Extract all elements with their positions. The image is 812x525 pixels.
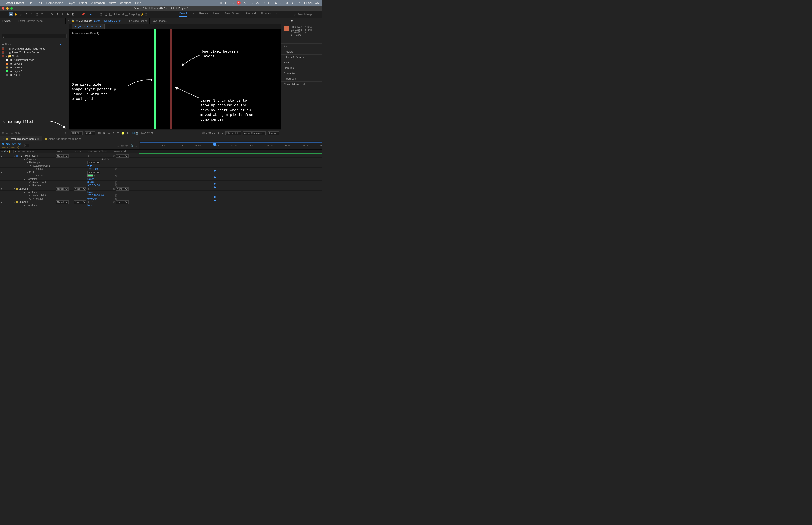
stopwatch-icon[interactable]: ⏱ xyxy=(35,168,37,170)
shy-icon[interactable]: ⬚ xyxy=(117,144,119,147)
timeline-row[interactable]: ⏱Size1.0,1080.0@ xyxy=(0,168,322,171)
panel-stub-align[interactable]: Align xyxy=(281,60,322,65)
link-icon[interactable]: @ xyxy=(114,181,117,183)
t-col[interactable]: T xyxy=(71,150,74,153)
property-name[interactable]: Anchor Point xyxy=(32,181,46,183)
menu-animation[interactable]: Animation xyxy=(91,1,105,5)
menu-layer[interactable]: Layer xyxy=(67,1,75,5)
window-minimize-button[interactable] xyxy=(6,7,9,10)
layer-name[interactable]: Layer 2 xyxy=(20,188,28,190)
disclosure-arrow-icon[interactable]: ▾ xyxy=(24,158,26,161)
hamburger-icon[interactable]: ≡ xyxy=(37,137,39,140)
eraser-tool-icon[interactable]: ◧ xyxy=(71,12,75,16)
timeline-search-input[interactable] xyxy=(25,144,29,147)
timemachine-icon[interactable]: ↻ xyxy=(262,1,265,5)
timeline-tab-2[interactable]: Alpha Add blend mode helps xyxy=(42,136,85,141)
window-zoom-button[interactable] xyxy=(10,7,13,10)
help-search[interactable]: ⌕ xyxy=(294,13,321,16)
effect-controls-tab[interactable]: Effect Controls (none) xyxy=(16,18,65,24)
battery-icon[interactable]: ▮▯ xyxy=(268,1,271,5)
bpc-button[interactable]: 32 bpc xyxy=(15,132,22,135)
disclosure-arrow-icon[interactable]: ▾ xyxy=(27,161,29,164)
brush-tool-icon[interactable]: ✐ xyxy=(60,12,65,16)
reset-link[interactable]: Reset xyxy=(88,178,93,180)
motion-blur-icon[interactable]: ◐ xyxy=(125,144,128,147)
timeline-row[interactable]: ●▾1★ Shape Layer 1Normal⊕ ∕ @ None xyxy=(0,154,322,158)
work-area-bar[interactable] xyxy=(140,142,322,143)
label-swatch[interactable] xyxy=(16,188,18,190)
layer-name[interactable]: Layer 3 xyxy=(20,201,28,203)
lock-col-icon[interactable]: 🔒 xyxy=(8,150,11,153)
blend-mode-dropdown[interactable]: Normal xyxy=(56,154,68,158)
orbit-tool-icon[interactable]: ⟲ xyxy=(24,12,28,16)
layer-switches[interactable]: ⊕ ∕ ⬚ xyxy=(88,188,113,190)
timeline-row[interactable]: ⏱Color ✐@ xyxy=(0,174,322,177)
hamburger-icon[interactable]: ≡ xyxy=(13,19,14,22)
link-icon[interactable]: @ xyxy=(114,174,117,177)
wifi-icon[interactable]: ⬙ xyxy=(275,1,277,5)
local-axis-icon[interactable]: ⬚ xyxy=(99,12,103,16)
blend-mode-dropdown[interactable]: Normal xyxy=(56,200,68,204)
workspace-default[interactable]: Default xyxy=(179,12,187,17)
property-name[interactable]: Y Rotation xyxy=(32,197,44,200)
label-swatch[interactable] xyxy=(6,59,8,61)
property-value[interactable]: 200.0,200.0,5.0 xyxy=(88,194,104,197)
layer-switches[interactable]: ⊕ ∕ xyxy=(88,155,113,157)
menu-window[interactable]: Window xyxy=(120,1,131,5)
project-item[interactable]: ■Layer 3 xyxy=(0,69,68,73)
menu-view[interactable]: View xyxy=(109,1,116,5)
type-tool-icon[interactable]: T xyxy=(55,12,59,16)
name-column-header[interactable]: Name xyxy=(5,43,60,46)
reset-exposure-icon[interactable]: ⟲ xyxy=(126,132,129,135)
stopwatch-icon[interactable]: ⏱ xyxy=(29,181,31,183)
play-icon[interactable]: ▶ xyxy=(88,12,93,16)
link-icon[interactable]: @ xyxy=(114,194,117,197)
timeline-row[interactable]: ▾TransformReset xyxy=(0,191,322,194)
axis-icon[interactable]: ⊹ xyxy=(93,12,98,16)
project-panel-tab[interactable]: Project≡ xyxy=(0,18,16,24)
swatch-col-icon[interactable]: ◆ xyxy=(2,43,5,46)
camera-tool-icon[interactable]: ⬚ xyxy=(34,12,39,16)
property-name[interactable]: Color xyxy=(38,174,44,177)
trkmat-col[interactable]: TrkMat xyxy=(74,150,88,153)
menu-edit[interactable]: Edit xyxy=(37,1,42,5)
timeline-row[interactable]: ▾ContentsAdd: ⊙ xyxy=(0,158,322,161)
panel-stub-paragraph[interactable]: Paragraph xyxy=(281,76,322,81)
views-dropdown[interactable]: 1 View xyxy=(267,131,279,135)
composition-viewport[interactable]: Active Camera (Default) One pixel wide s… xyxy=(69,29,281,130)
index-col[interactable]: # xyxy=(17,150,20,153)
mask-icon[interactable]: ▣ xyxy=(102,132,106,135)
dropbox-icon[interactable]: ⬚ xyxy=(231,1,233,5)
label-swatch[interactable] xyxy=(2,51,4,54)
magnification-dropdown[interactable]: 1600% xyxy=(71,131,83,135)
menu-composition[interactable]: Composition xyxy=(46,1,63,5)
app-name[interactable]: After Effects xyxy=(6,1,24,5)
clone-tool-icon[interactable]: ⊗ xyxy=(65,12,70,16)
workspace-standard[interactable]: Standard xyxy=(245,12,256,17)
airplay-icon[interactable]: ⎚ xyxy=(220,1,221,5)
stopwatch-icon[interactable]: ⏱ xyxy=(29,194,31,197)
stopwatch-icon[interactable]: ⏱ xyxy=(29,197,31,200)
cc-icon[interactable]: ◐ xyxy=(225,1,227,5)
new-comp-icon[interactable]: ▭ xyxy=(10,132,13,135)
link-icon[interactable]: @ xyxy=(114,184,117,187)
trash-icon[interactable]: 🗑 xyxy=(64,132,67,135)
timeline-row[interactable]: ●▾Fill 1Normal xyxy=(0,171,322,174)
rotate-tool-icon[interactable]: ↻ xyxy=(29,12,34,16)
link-icon[interactable]: @ xyxy=(114,168,117,170)
property-name[interactable]: Fill 1 xyxy=(29,171,34,174)
bluetooth-icon[interactable]: ⁂ xyxy=(256,1,259,5)
label-col[interactable]: ◆ xyxy=(14,150,17,153)
world-axis-icon[interactable]: ◯ xyxy=(104,12,108,16)
path-switches[interactable]: ⇄ ⇄ xyxy=(88,165,92,167)
project-item[interactable]: ▥Layer Thickness Demo xyxy=(0,50,68,54)
footage-panel-tab[interactable]: Footage (none) xyxy=(127,18,150,24)
visibility-toggle-icon[interactable]: ● xyxy=(1,188,3,190)
pickwhip-icon[interactable]: @ xyxy=(113,155,115,157)
timeline-row[interactable]: ▾Rectangle Path 1⇄ ⇄ xyxy=(0,164,322,168)
source-name-col[interactable]: Source Name xyxy=(20,150,56,153)
project-item[interactable]: ▾📁Solids xyxy=(0,54,68,58)
region-icon[interactable]: ▭ xyxy=(107,132,111,135)
mode-dropdown[interactable]: Normal xyxy=(88,161,100,164)
disclosure-arrow-icon[interactable]: ▾ xyxy=(24,191,26,193)
